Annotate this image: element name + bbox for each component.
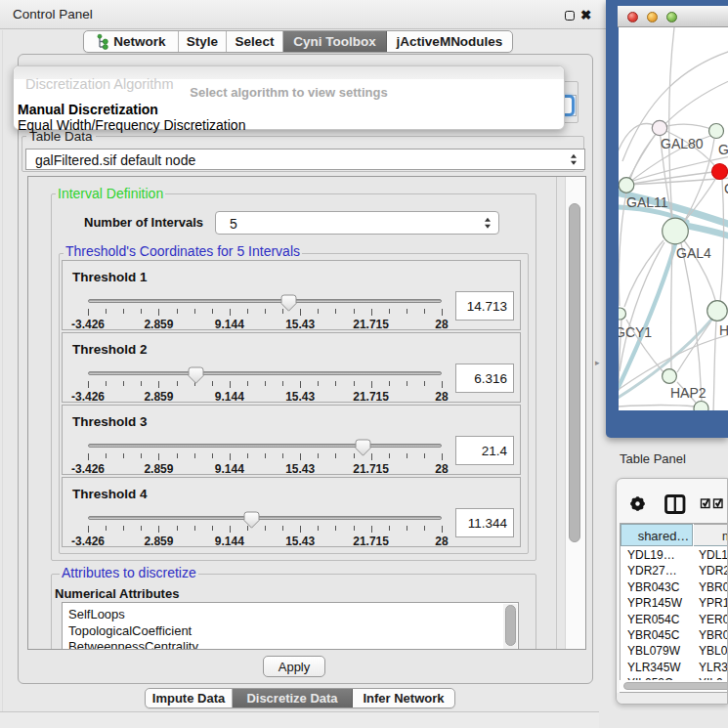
svg-text:GAL4: GAL4	[676, 245, 711, 261]
svg-text:GAL80: GAL80	[661, 136, 704, 151]
svg-text:GCY1: GCY1	[619, 324, 652, 340]
svg-text:H: H	[719, 322, 728, 338]
svg-text:C: C	[724, 181, 728, 196]
svg-text:HAP2: HAP2	[670, 385, 707, 401]
svg-text:G.: G.	[718, 142, 728, 157]
svg-text:GAL11: GAL11	[626, 194, 668, 210]
